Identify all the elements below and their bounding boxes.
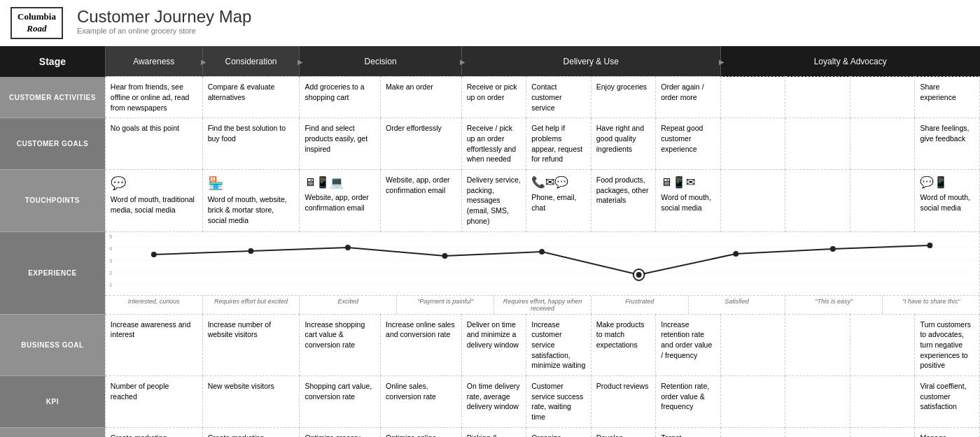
tp-icon-phone: 📞✉💬: [531, 175, 586, 190]
exp-label-4: Requires effort, happy when received: [494, 296, 592, 314]
cell-bg-delivery3: Make products to match expectations: [591, 314, 656, 375]
journey-map-table: Stage Awareness ▶ Consideration ▶ Decisi…: [0, 46, 980, 437]
svg-point-18: [830, 246, 836, 252]
row-kpi: KPI Number of people reached New website…: [0, 375, 980, 427]
row-activities: CUSTOMER ACTIVITIES Hear from friends, s…: [0, 77, 980, 118]
cell-activities-delivery2: Contact customer service: [526, 77, 592, 118]
cell-kpi-loyalty2: [785, 375, 850, 427]
svg-text:4: 4: [109, 245, 113, 251]
cell-tp-loyalty2: [785, 170, 850, 231]
cell-tp-delivery3: Food products, packages, other materials: [591, 170, 656, 231]
svg-point-11: [248, 248, 253, 254]
stage-loyalty-label: Loyalty & Advocacy: [814, 57, 887, 66]
cell-goals-delivery2: Get help if problems appear, request for…: [526, 118, 592, 170]
row-business-goal: BUSINESS GOAL Increase awareness and int…: [0, 314, 980, 375]
tp-icon-reorder: 🖥📱✉: [661, 175, 715, 190]
cell-bg-delivery4: Increase retention rate and order value …: [656, 314, 721, 375]
row-touchpoints: TOUCHPOINTS 💬 Word of mouth, traditional…: [0, 170, 980, 231]
label-org-activities: ORGANISATIONAL ACTIVITIES: [0, 427, 105, 437]
tp-icon-share: 💬📱: [920, 175, 974, 190]
cell-oa-awareness: Create marketing campaigns and content b…: [105, 427, 202, 437]
svg-point-12: [345, 245, 351, 250]
cell-kpi-loyalty1: [720, 375, 785, 427]
svg-point-10: [151, 252, 157, 257]
svg-point-13: [442, 253, 447, 259]
cell-activities-loyalty2: [785, 77, 850, 118]
cell-activities-delivery4: Order again / order more: [656, 77, 721, 118]
label-business-goal: BUSINESS GOAL: [0, 314, 105, 375]
cell-tp-loyalty4: 💬📱 Word of mouth, social media: [915, 170, 980, 231]
cell-goals-awareness: No goals at this point: [105, 118, 202, 170]
label-touchpoints: TOUCHPOINTS: [0, 170, 105, 231]
cell-kpi-loyalty3: [850, 375, 915, 427]
cell-oa-decision1: Optimize grocery shopping experience: [300, 427, 381, 437]
cell-tp-awareness: 💬 Word of mouth, traditional media, soci…: [105, 170, 202, 231]
experience-labels: Interested, curious Requires effort but …: [106, 295, 979, 314]
cell-bg-delivery1: Deliver on time and minimize a delivery …: [461, 314, 526, 375]
cell-oa-loyalty2: [785, 427, 850, 437]
cell-activities-decision2: Make an order: [381, 77, 462, 118]
customer-journey-map: Columbia Road Customer Journey Map Examp…: [0, 0, 980, 437]
cell-goals-delivery1: Receive / pick up an order effortlessly …: [461, 118, 526, 170]
cell-kpi-delivery4: Retention rate, order value & frequency: [656, 375, 721, 427]
cell-tp-delivery1: Delivery service, packing, messages (ema…: [461, 170, 526, 231]
exp-label-3: "Payment is painful": [397, 296, 494, 314]
stage-awareness-label: Awareness: [133, 57, 174, 66]
exp-label-0: Interested, curious: [106, 296, 203, 314]
stage-header-row: Stage Awareness ▶ Consideration ▶ Decisi…: [0, 46, 980, 77]
cell-oa-loyalty3: [850, 427, 915, 437]
cell-activities-decision1: Add groceries to a shopping cart: [300, 77, 381, 118]
cell-bg-loyalty3: [850, 314, 915, 375]
cell-kpi-loyalty4: Viral coeffient, customer satisfaction: [915, 375, 980, 427]
exp-label-8: "I have to share this": [883, 296, 979, 314]
page-subtitle: Example of an online grocery store: [77, 27, 251, 35]
cell-tp-loyalty3: [850, 170, 915, 231]
cell-goals-loyalty1: [720, 118, 785, 170]
cell-activities-loyalty1: [720, 77, 785, 118]
cell-goals-loyalty4: Share feelings, give feedback: [915, 118, 980, 170]
cell-kpi-delivery1: On time delivery rate, average delivery …: [461, 375, 526, 427]
cell-bg-decision2: Increase online sales and conversion rat…: [381, 314, 462, 375]
cell-bg-loyalty4: Turn customers to advocates, turn negati…: [915, 314, 980, 375]
cell-oa-consideration: Create marketing campaigns and content b…: [202, 427, 300, 437]
cell-bg-loyalty2: [785, 314, 850, 375]
svg-text:3: 3: [109, 257, 113, 264]
stage-decision: Decision ▶: [300, 46, 461, 77]
cell-activities-awareness: Hear from friends, see offline or online…: [105, 77, 202, 118]
exp-label-6: Satisfied: [689, 296, 786, 314]
stage-label-header: Stage: [0, 46, 105, 77]
cell-kpi-delivery2: Customer service success rate, waiting t…: [526, 375, 592, 427]
label-kpi: KPI: [0, 375, 105, 427]
cell-goals-delivery3: Have right and good quality ingredients: [591, 118, 656, 170]
svg-point-17: [733, 251, 738, 257]
row-goals: CUSTOMER GOALS No goals at this point Fi…: [0, 118, 980, 170]
cell-oa-delivery1: Picking & delivery: [461, 427, 526, 437]
cell-kpi-consideration: New website visitors: [202, 375, 300, 427]
tp-icon-decision1: 🖥📱💻: [304, 175, 375, 190]
exp-label-1: Requires effort but excited: [203, 296, 300, 314]
svg-text:1: 1: [109, 281, 113, 287]
cell-oa-delivery3: Develop products & product range: [591, 427, 656, 437]
tp-icon-consideration: 🏪: [208, 175, 295, 192]
exp-label-5: Frustrated: [592, 296, 689, 314]
experience-chart: 5 4 3 2 1: [106, 232, 979, 295]
exp-label-2: Excited: [300, 296, 397, 314]
svg-point-14: [539, 249, 545, 255]
logo: Columbia Road: [10, 7, 63, 39]
cell-tp-delivery2: 📞✉💬 Phone, email, chat: [526, 170, 592, 231]
cell-experience-chart: 5 4 3 2 1: [105, 231, 979, 314]
label-activities: CUSTOMER ACTIVITIES: [0, 77, 105, 118]
page-title: Customer Journey Map: [77, 7, 251, 27]
page-header: Columbia Road Customer Journey Map Examp…: [0, 0, 980, 46]
cell-tp-decision1: 🖥📱💻 Website, app, order confirmation ema…: [300, 170, 381, 231]
cell-goals-consideration: Find the best solution to buy food: [202, 118, 300, 170]
cell-activities-delivery3: Enjoy groceries: [591, 77, 656, 118]
cell-kpi-awareness: Number of people reached: [105, 375, 202, 427]
cell-oa-delivery2: Organize customer service: [526, 427, 592, 437]
stage-awareness: Awareness ▶: [105, 46, 202, 77]
label-experience: EXPERIENCE: [0, 231, 105, 314]
cell-goals-loyalty2: [785, 118, 850, 170]
cell-tp-delivery4: 🖥📱✉ Word of mouth, social media: [656, 170, 721, 231]
cell-tp-loyalty1: [720, 170, 785, 231]
cell-activities-loyalty4: Share experience: [915, 77, 980, 118]
